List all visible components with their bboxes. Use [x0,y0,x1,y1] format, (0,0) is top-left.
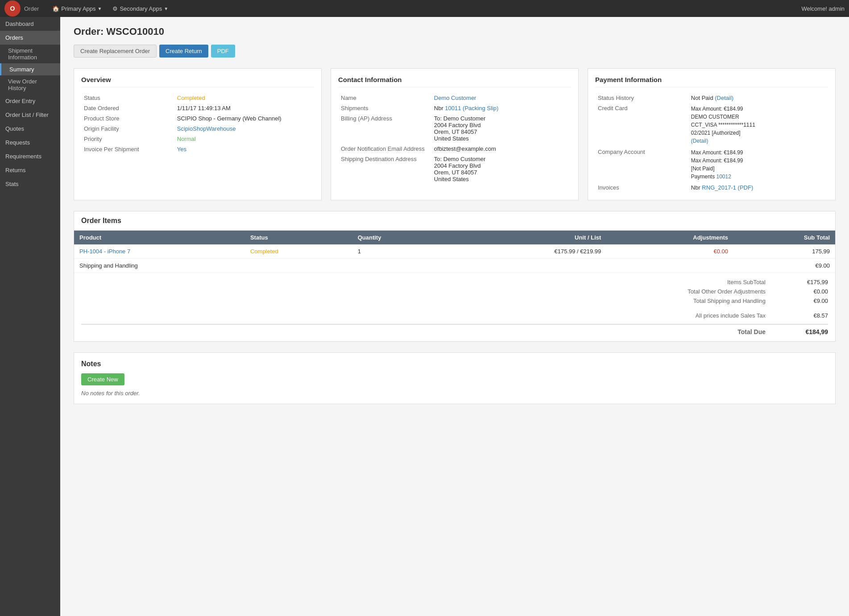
items-subtotal-label: Items SubTotal [667,279,766,285]
shipment-link[interactable]: 10011 (Packing Slip) [445,105,498,112]
col-adjustments: Adjustments [606,231,733,244]
action-buttons: Create Replacement Order Create Return P… [74,45,836,58]
overview-row-invoice: Invoice Per Shipment Yes [81,144,314,154]
col-unit-list: Unit / List [447,231,606,244]
payment-card: Payment Information Status History Not P… [588,68,836,200]
col-subtotal: Sub Total [733,231,835,244]
overview-card: Overview Status Completed Date Ordered 1… [74,68,322,200]
app-logo: O [4,0,21,17]
total-due-label: Total Due [667,328,766,335]
notes-empty-message: No notes for this order. [81,390,828,397]
home-icon: 🏠 [52,5,59,12]
sales-tax-label: All prices include Sales Tax [667,312,766,319]
payment-row-company: Company Account Max Amount: €184.99Max A… [595,147,828,182]
payment-row-invoices: Invoices Nbr RNG_2017-1 (PDF) [595,182,828,193]
row-status: Completed [250,248,278,255]
table-row: PH-1004 - iPhone 7 Completed 1 €175.99 /… [74,244,835,259]
totals-row-sales-tax: All prices include Sales Tax €8.57 [81,311,828,320]
credit-card-detail-link[interactable]: (Detail) [691,138,708,144]
status-value: Completed [177,95,205,101]
sidebar-item-orders[interactable]: Orders [0,31,60,45]
table-header-row: Product Status Quantity Unit / List Adju… [74,231,835,244]
contact-title: Contact Information [338,76,571,87]
overview-row-priority: Priority Normal [81,134,314,144]
create-new-note-button[interactable]: Create New [81,373,124,385]
order-items-section: Order Items Product Status Quantity Unit… [74,211,836,342]
sidebar-item-dashboard[interactable]: Dashboard [0,17,60,31]
total-due-value: €184,99 [792,328,828,335]
col-product: Product [74,231,245,244]
sales-tax-value: €8.57 [792,312,828,319]
contact-row-email: Order Notification Email Address ofbizte… [338,144,571,154]
payments-link[interactable]: 10012 [716,174,731,180]
overview-grid: Overview Status Completed Date Ordered 1… [74,68,836,200]
col-quantity: Quantity [352,231,447,244]
total-shipping-label: Total Shipping and Handling [667,298,766,304]
contact-table: Name Demo Customer Shipments Nbr 10011 (… [338,93,571,184]
overview-table: Status Completed Date Ordered 1/11/17 11… [81,93,314,154]
totals-row-shipping: Total Shipping and Handling €9.00 [81,296,828,306]
user-greeting: Welcome! admin [801,5,845,12]
status-detail-link[interactable]: (Detail) [715,95,733,101]
sidebar-item-view-order-history[interactable]: View Order History [0,75,60,94]
payment-table: Status History Not Paid (Detail) Credit … [595,93,828,193]
overview-row-store: Product Store SCIPIO Shop - Germany (Web… [81,113,314,124]
totals-row-other: Total Other Order Adjustments €0.00 [81,287,828,296]
payment-row-status: Status History Not Paid (Detail) [595,93,828,103]
sidebar-item-requirements[interactable]: Requirements [0,149,60,163]
secondary-apps-menu[interactable]: ⚙ Secondary Apps ▼ [108,4,173,14]
total-other-label: Total Other Order Adjustments [667,288,766,295]
primary-apps-menu[interactable]: 🏠 Primary Apps ▼ [48,4,106,14]
shipping-row: Shipping and Handling €9.00 [74,259,835,273]
notes-section: Notes Create New No notes for this order… [74,352,836,404]
sidebar-item-shipment-information[interactable]: Shipment Information [0,45,60,63]
total-shipping-value: €9.00 [792,298,828,304]
sidebar-item-order-list-filter[interactable]: Order List / Filter [0,108,60,122]
contact-card: Contact Information Name Demo Customer S… [331,68,579,200]
sidebar-item-requests[interactable]: Requests [0,136,60,149]
payment-title: Payment Information [595,76,828,87]
overview-title: Overview [81,76,314,87]
main-content: Order: WSCO10010 Create Replacement Orde… [60,17,849,616]
caret-icon: ▼ [98,6,102,11]
totals-section: Items SubTotal €175,99 Total Other Order… [74,273,835,341]
priority-value: Normal [177,136,196,142]
facility-link[interactable]: ScipioShopWarehouse [177,125,236,132]
app-title: Order [24,5,39,12]
customer-name-link[interactable]: Demo Customer [434,95,476,101]
create-return-button[interactable]: Create Return [159,45,208,58]
sidebar: Dashboard Orders Shipment Information Su… [0,17,60,616]
create-replacement-order-button[interactable]: Create Replacement Order [74,45,157,58]
overview-row-status: Status Completed [81,93,314,103]
overview-row-facility: Origin Facility ScipioShopWarehouse [81,124,314,134]
totals-row-items-subtotal: Items SubTotal €175,99 [81,277,828,287]
product-link[interactable]: PH-1004 - iPhone 7 [79,248,130,255]
items-subtotal-value: €175,99 [792,279,828,285]
sidebar-item-summary[interactable]: Summary [0,63,60,75]
order-items-title: Order Items [74,211,835,231]
top-nav: O Order 🏠 Primary Apps ▼ ⚙ Secondary App… [0,0,849,17]
notes-title: Notes [81,360,828,368]
overview-row-date: Date Ordered 1/11/17 11:49:13 AM [81,103,314,113]
pdf-button[interactable]: PDF [211,45,235,58]
contact-row-shipping: Shipping Destination Address To: Demo Cu… [338,154,571,184]
caret-icon-2: ▼ [164,6,168,11]
sidebar-item-returns[interactable]: Returns [0,163,60,177]
col-status: Status [245,231,352,244]
sidebar-item-stats[interactable]: Stats [0,177,60,191]
sidebar-item-quotes[interactable]: Quotes [0,122,60,136]
gear-icon: ⚙ [112,5,118,12]
contact-row-shipments: Shipments Nbr 10011 (Packing Slip) [338,103,571,113]
invoice-link[interactable]: RNG_2017-1 (PDF) [702,184,753,191]
totals-row-total-due: Total Due €184,99 [81,324,828,337]
nav-links: 🏠 Primary Apps ▼ ⚙ Secondary Apps ▼ [48,4,801,14]
contact-row-billing: Billing (AP) Address To: Demo Customer20… [338,113,571,144]
invoice-value: Yes [177,146,186,153]
sidebar-item-order-entry[interactable]: Order Entry [0,94,60,108]
page-title: Order: WSCO10010 [74,26,836,37]
contact-row-name: Name Demo Customer [338,93,571,103]
payment-row-credit-card: Credit Card Max Amount: €184.99DEMO CUST… [595,103,828,147]
order-items-table: Product Status Quantity Unit / List Adju… [74,231,835,273]
total-other-value: €0.00 [792,288,828,295]
